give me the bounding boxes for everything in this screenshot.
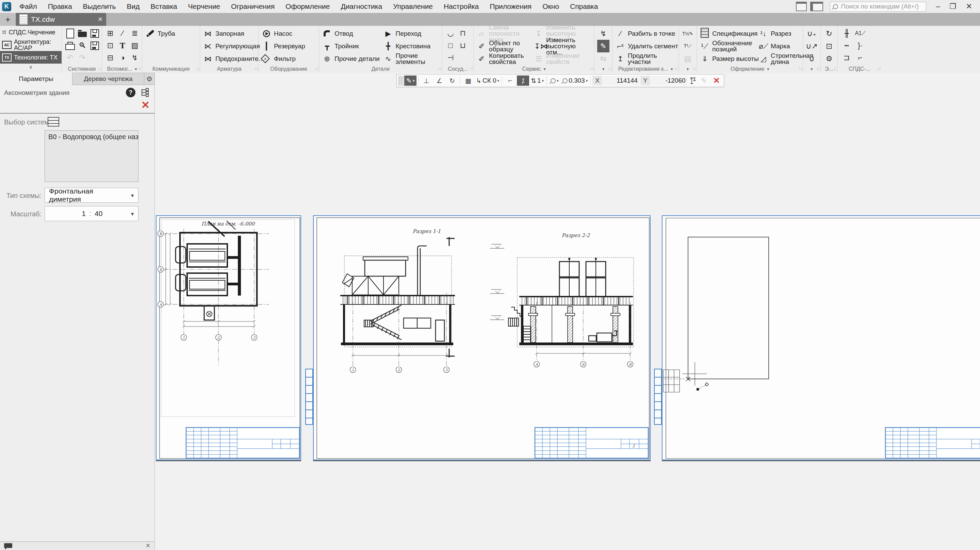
vessel-bottom-icon[interactable]: ◡ (444, 27, 457, 40)
menu-manage[interactable]: Управление (388, 0, 438, 13)
copy-properties-button[interactable]: ✐Копировать свойства (476, 52, 531, 65)
group-grip-icon[interactable]: ∷ (138, 66, 141, 72)
section-button[interactable]: ¹↓Разрез (757, 27, 805, 40)
group-grip-icon[interactable]: ∷ (799, 66, 802, 72)
tab-close-icon[interactable]: ✕ (98, 16, 103, 23)
construction-length-button[interactable]: ◿Строительная длина (757, 52, 805, 65)
vessel-top-icon[interactable]: ⊓ (457, 27, 469, 40)
preview-button[interactable]: 🔍︎ (76, 40, 89, 52)
redo-button[interactable]: ↷ (76, 52, 89, 64)
crane-icon[interactable] (688, 76, 697, 85)
menu-insert[interactable]: Вставка (145, 0, 182, 13)
extend-sections-button[interactable]: ↥Продлить участки (614, 52, 676, 65)
step-button[interactable]: ⇅ 1▾ (530, 76, 545, 86)
sheet-1[interactable]: План на отм. -6.000 (156, 215, 301, 460)
toolbar-grip-handle[interactable] (398, 76, 404, 85)
height-dimension-button[interactable]: ⇓Размер высоты (699, 52, 756, 65)
change-view-plane-button[interactable]: ▱Смена плоскости вида (476, 27, 531, 40)
tab-drawing-tree[interactable]: Дерево чертежа (72, 73, 144, 85)
menu-view[interactable]: Вид (121, 0, 145, 13)
layout-pane-icon[interactable] (796, 2, 807, 11)
tank-button[interactable]: Резервуар (261, 40, 317, 52)
coordinate-system-button[interactable]: ↳ СК 0▾ (475, 76, 500, 86)
axes-grid-icon[interactable]: ╫ (840, 27, 853, 40)
group-grip-icon[interactable]: ∷ (98, 66, 101, 72)
group-grip-icon[interactable]: ∷ (591, 66, 593, 72)
hatch-tool-icon[interactable]: ▨ (129, 40, 141, 52)
systems-listbox[interactable]: В0 - Водопровод (общее назн... (45, 130, 138, 182)
menu-diagnostics[interactable]: Диагностика (335, 0, 388, 13)
sheet-3[interactable] (662, 215, 980, 460)
snap-perpendicular-icon[interactable]: ⊥ (420, 76, 433, 86)
abort-command-icon[interactable]: ✕ (711, 76, 722, 85)
dashes-icon[interactable]: ┅ (840, 40, 853, 52)
workspace-technology[interactable]: ТХ Технология: ТХ (0, 51, 62, 64)
menu-draw[interactable]: Черчение (183, 0, 226, 13)
layout-pane-alt-icon[interactable] (810, 2, 823, 11)
pipe-button[interactable]: Труба (144, 27, 198, 40)
change-elevation-button[interactable]: ↧⋈Изменить высотную отм... (533, 40, 592, 52)
corner-mark-icon[interactable]: ⌐ (853, 52, 867, 64)
elbow-button[interactable]: Отвод (321, 27, 381, 40)
menu-window[interactable]: Окно (537, 0, 565, 13)
snap-angle-icon[interactable]: ∠ (433, 76, 445, 86)
group-grip-icon[interactable]: ∷ (439, 66, 441, 72)
snap-rotate-icon[interactable]: ↻ (446, 76, 458, 86)
copy-objects-icon[interactable]: ⊞ (104, 27, 116, 40)
group-grip-icon[interactable]: ∷ (834, 66, 837, 72)
loop-arrow-icon[interactable]: ∪↗ (806, 40, 818, 52)
quick-dimension-icon[interactable]: ↯ (129, 52, 141, 64)
scale-combo[interactable]: 1 : 40 ▼ (45, 206, 138, 221)
control-valve-button[interactable]: ⋉Регулирующая (202, 40, 256, 52)
format-a1-icon[interactable]: А1⟋ (853, 27, 867, 40)
document-tab-active[interactable]: TX.cdw ✕ (16, 13, 106, 26)
open-button[interactable] (76, 27, 89, 40)
scheme-generate-icon[interactable]: ↯ (600, 27, 606, 40)
tee-button[interactable]: ┳Тройник (321, 40, 381, 52)
scheme-type-select[interactable]: Фронтальная диметрия ▼ (45, 188, 138, 203)
vessel-nozzle-icon[interactable]: ⊣ (444, 52, 457, 64)
vessel-open-icon[interactable]: ⊔ (457, 40, 469, 52)
menu-constraints[interactable]: Ограничения (226, 0, 280, 13)
vessel-square-icon[interactable]: □ (444, 40, 457, 52)
menu-file[interactable]: Файл (14, 0, 43, 13)
marks-table-icon[interactable]: ▤ (684, 52, 692, 65)
group-grip-icon[interactable]: ∷ (878, 66, 880, 72)
snaps-toggle-button[interactable]: ✎▾ (404, 76, 417, 86)
restore-button[interactable]: ❐ (947, 1, 959, 12)
message-bubble-icon[interactable] (4, 543, 12, 548)
group-grip-icon[interactable]: ∷ (609, 66, 611, 72)
rotate-area-icon[interactable]: ⊡ (104, 40, 116, 52)
sheet-2[interactable]: Разрез 1-1 Разрез 2-2 (313, 215, 651, 460)
command-close-icon[interactable]: ✕ (141, 100, 150, 110)
zoom-select-button[interactable]: ▾ (549, 76, 561, 86)
t1t2-edit-icon[interactable]: T½✎ (682, 27, 693, 40)
tree-structure-icon[interactable] (140, 88, 149, 97)
autocreate-icon[interactable]: ✎ (698, 76, 710, 86)
refresh-icon[interactable]: ↻ (826, 27, 832, 40)
tab-parameters[interactable]: Параметры (0, 73, 72, 85)
group-grip-icon[interactable]: ∷ (315, 66, 318, 72)
loop-icon[interactable]: ∪ (809, 52, 814, 65)
axonometry-scheme-icon[interactable]: ✎ (597, 40, 609, 52)
loop-add-icon[interactable]: ∪₊ (807, 27, 817, 40)
new-document-button[interactable] (64, 27, 76, 40)
t1-roller-icon[interactable]: T¹⟋ (684, 40, 692, 52)
pump-button[interactable]: Насос (261, 27, 317, 40)
shutoff-valve-button[interactable]: ⋈Запорная (202, 27, 256, 40)
workspace-architecture[interactable]: АС Архитектура: АС/АР (0, 38, 62, 51)
save-button[interactable] (89, 27, 101, 40)
panel-gear-icon[interactable]: ⚙ (144, 73, 155, 85)
group-grip-icon[interactable]: ∷ (470, 66, 472, 72)
undo-button[interactable]: ↶ (64, 52, 76, 64)
specification-button[interactable]: Спецификация (699, 27, 756, 40)
group-grip-icon[interactable]: ∷ (693, 66, 695, 72)
group-grip-icon[interactable]: ∷ (675, 66, 678, 72)
scheme-update-icon[interactable]: ⇆ (600, 52, 606, 65)
menu-apps[interactable]: Приложения (484, 0, 537, 13)
ortho-corner-icon[interactable]: ⌐ (504, 76, 516, 86)
menu-help[interactable]: Справка (565, 0, 603, 13)
system-list-item[interactable]: В0 - Водопровод (общее назн... (45, 130, 138, 143)
aux-line-icon[interactable]: ∕ (116, 27, 129, 40)
group-grip-icon[interactable]: ∷ (255, 66, 257, 72)
